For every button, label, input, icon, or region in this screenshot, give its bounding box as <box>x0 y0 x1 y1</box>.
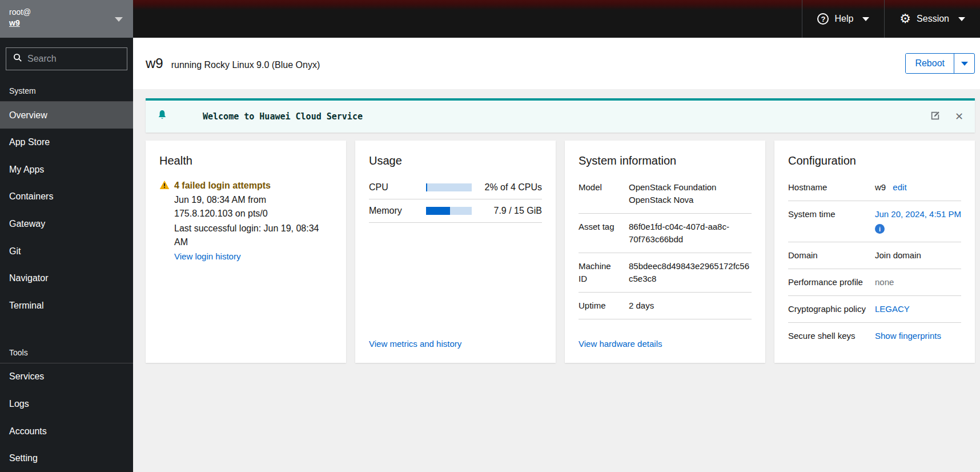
memory-usage-row: Memory 7.9 / 15 GiB <box>369 199 542 223</box>
reboot-button[interactable]: Reboot <box>906 54 954 73</box>
hostname-row: Hostname w9 edit <box>788 180 961 201</box>
view-hardware-link[interactable]: View hardware details <box>579 339 662 349</box>
search-container <box>0 38 133 79</box>
memory-value: 7.9 / 15 GiB <box>472 206 542 216</box>
uptime-row: Uptime 2 days <box>579 293 752 319</box>
cpu-usage-row: CPU 2% of 4 CPUs <box>369 180 542 199</box>
model-value: OpenStack Foundation OpenStack Nova <box>629 181 752 206</box>
ssh-keys-label: Secure shell keys <box>788 330 866 342</box>
sidebar-item-containers[interactable]: Containers <box>0 183 133 211</box>
show-fingerprints-link[interactable]: Show fingerprints <box>875 331 941 341</box>
performance-profile-row: Performance profile none <box>788 269 961 296</box>
chevron-down-icon <box>958 17 965 21</box>
help-label: Help <box>834 14 853 24</box>
info-icon[interactable]: i <box>875 224 885 234</box>
performance-profile-value: none <box>875 276 961 289</box>
sidebar-item-accounts[interactable]: Accounts <box>0 418 133 445</box>
ssh-keys-row: Secure shell keys Show fingerprints <box>788 323 961 349</box>
hostname-value: w9 <box>875 182 886 192</box>
machine-id-row: Machine ID 85bdeec8d49843e2965172fc56c5e… <box>579 253 752 293</box>
asset-tag-label: Asset tag <box>579 221 620 246</box>
memory-progress-bar <box>426 207 472 215</box>
join-domain-link[interactable]: Join domain <box>875 249 961 262</box>
failed-logins-text: 4 failed login attempts <box>174 180 271 191</box>
reboot-split-button: Reboot <box>905 53 975 74</box>
sidebar-item-overview[interactable]: Overview <box>0 102 133 129</box>
user-host: w9 <box>9 18 124 29</box>
crypto-policy-row: Cryptographic policy LEGACY <box>788 296 961 323</box>
page-title-os: running Rocky Linux 9.0 (Blue Onyx) <box>171 60 320 70</box>
uptime-value: 2 days <box>629 299 752 312</box>
page-header: w9 running Rocky Linux 9.0 (Blue Onyx) R… <box>133 38 980 89</box>
system-info-title: System information <box>579 154 752 167</box>
sidebar-item-logs[interactable]: Logs <box>0 390 133 418</box>
system-info-card: System information Model OpenStack Found… <box>565 141 765 363</box>
main-area: ? Help ⚙ Session w9 running Rocky Linux … <box>133 0 980 472</box>
reboot-dropdown-toggle[interactable] <box>954 54 974 73</box>
edit-icon[interactable] <box>930 111 940 122</box>
crypto-policy-link[interactable]: LEGACY <box>875 303 910 315</box>
sidebar-item-gateway[interactable]: Gateway <box>0 210 133 238</box>
domain-label: Domain <box>788 249 866 262</box>
machine-id-value: 85bdeec8d49843e2965172fc56c5e3c8 <box>629 260 752 285</box>
model-label: Model <box>579 181 620 206</box>
page-title-hostname: w9 <box>146 55 163 71</box>
cpu-label: CPU <box>369 182 426 193</box>
cpu-progress-bar <box>426 183 472 191</box>
login-detail-line1: Jun 19, 08:34 AM from 175.8.120.103 on p… <box>174 193 322 221</box>
sidebar-section-system: System <box>0 79 133 101</box>
usage-card: Usage CPU 2% of 4 CPUs Memory 7.9 / 15 G… <box>355 141 556 363</box>
masthead: ? Help ⚙ Session <box>133 0 980 38</box>
session-label: Session <box>917 14 949 24</box>
chevron-down-icon <box>115 17 123 22</box>
cards-grid: Health 4 failed login attempts Jun 19, 0… <box>146 141 975 350</box>
crypto-policy-label: Cryptographic policy <box>788 303 866 315</box>
gear-icon: ⚙ <box>899 13 911 25</box>
machine-id-label: Machine ID <box>579 260 620 285</box>
search-icon <box>13 53 22 65</box>
banner-title: Welcome to Huawei Cloud Service <box>203 111 930 122</box>
bell-icon <box>157 110 167 123</box>
system-time-label: System time <box>788 208 866 235</box>
asset-tag-row: Asset tag 86f0e1fd-c04c-407d-aa8c-70f763… <box>579 214 752 253</box>
sidebar: root@ w9 System Overview App Store My Ap… <box>0 0 133 472</box>
sidebar-item-my-apps[interactable]: My Apps <box>0 156 133 183</box>
question-circle-icon: ? <box>817 13 829 25</box>
system-time-link[interactable]: Jun 20, 2024, 4:51 PM <box>875 209 961 219</box>
health-card: Health 4 failed login attempts Jun 19, 0… <box>146 141 346 363</box>
session-menu[interactable]: ⚙ Session <box>884 0 980 38</box>
sidebar-item-app-store[interactable]: App Store <box>0 129 133 156</box>
system-time-row: System time Jun 20, 2024, 4:51 PM i <box>788 201 961 242</box>
cpu-value: 2% of 4 CPUs <box>472 182 542 193</box>
search-input[interactable] <box>27 54 120 64</box>
close-icon[interactable]: ✕ <box>955 111 963 122</box>
user-menu[interactable]: root@ w9 <box>0 0 133 38</box>
spacer <box>0 319 133 341</box>
search-box[interactable] <box>6 47 127 70</box>
sidebar-item-setting[interactable]: Setting <box>0 445 133 472</box>
view-login-history-link[interactable]: View login history <box>174 251 332 261</box>
login-detail-line2: Last successful login: Jun 19, 08:34 AM <box>174 222 322 249</box>
hostname-edit-link[interactable]: edit <box>893 182 906 192</box>
hostname-label: Hostname <box>788 181 866 194</box>
sidebar-section-tools: Tools <box>0 341 133 363</box>
sidebar-item-navigator[interactable]: Navigator <box>0 265 133 293</box>
performance-profile-label: Performance profile <box>788 276 866 289</box>
help-menu[interactable]: ? Help <box>802 0 884 38</box>
user-name: root@ <box>9 7 124 18</box>
sidebar-item-terminal[interactable]: Terminal <box>0 292 133 319</box>
sidebar-item-services[interactable]: Services <box>0 363 133 391</box>
content: Welcome to Huawei Cloud Service ✕ Health… <box>133 89 980 472</box>
asset-tag-value: 86f0e1fd-c04c-407d-aa8c-70f763c66bdd <box>629 221 752 246</box>
memory-label: Memory <box>369 206 426 216</box>
chevron-down-icon <box>862 17 869 21</box>
view-metrics-link[interactable]: View metrics and history <box>369 339 461 349</box>
sidebar-item-git[interactable]: Git <box>0 238 133 265</box>
domain-row: Domain Join domain <box>788 242 961 269</box>
configuration-card: Configuration Hostname w9 edit System ti… <box>774 141 975 363</box>
warning-triangle-icon <box>159 180 170 192</box>
health-title: Health <box>159 154 332 167</box>
model-row: Model OpenStack Foundation OpenStack Nov… <box>579 180 752 214</box>
usage-title: Usage <box>369 154 542 167</box>
configuration-title: Configuration <box>788 154 961 167</box>
